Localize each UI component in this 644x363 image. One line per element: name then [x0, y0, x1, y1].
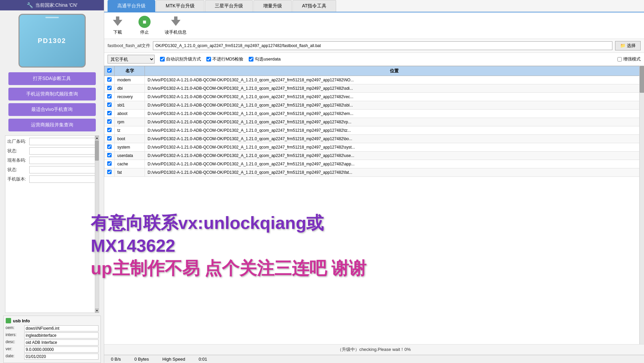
browse-label: 选择 [627, 43, 636, 48]
col-check[interactable] [105, 66, 115, 76]
row-checkbox[interactable] [107, 119, 112, 124]
read-phone-button[interactable]: 读手机信息 [165, 16, 187, 35]
info-form: 出厂条码: 状态: 现有条码: 状态: 手机版本: ▲ ▼ [5, 135, 99, 313]
row-checkbox[interactable] [107, 161, 112, 166]
auto-detect-checkbox[interactable] [160, 57, 165, 62]
time-value: 0:01 [199, 357, 207, 362]
stop-button[interactable]: ■ 停止 [138, 16, 151, 35]
status1-input[interactable] [29, 147, 97, 155]
file-table: 名字 位置 modem D:/vivo/PD1302-A-1.21.0-ADB-… [104, 66, 644, 177]
row-checkbox[interactable] [107, 128, 112, 132]
form-scrollbar[interactable]: ▲ ▼ [95, 136, 99, 313]
right-panel: 高通平台升级 MTK平台升级 三星平台升级 增量升级 AT指令工具 下載 ■ 停… [104, 0, 644, 363]
enhance-mode-option[interactable]: 增强模式 [617, 56, 641, 62]
row-checkbox-cell[interactable] [105, 93, 115, 101]
file-path-input[interactable] [153, 41, 612, 50]
row-path: D:/vivo/PD1302-A-1.21.0-ADB-QCOM-OK/PD13… [145, 135, 644, 143]
row-checkbox[interactable] [107, 153, 112, 157]
row-checkbox[interactable] [107, 94, 112, 98]
tab-at[interactable]: AT指令工具 [292, 0, 336, 12]
row-name: aboot [115, 110, 145, 118]
auto-detect-option[interactable]: 自动识别升级方式 [160, 56, 201, 62]
row-checkbox-cell[interactable] [105, 168, 115, 177]
row-checkbox-cell[interactable] [105, 118, 115, 126]
no-md5-label: 不进行MD5检验 [212, 56, 243, 62]
download-button[interactable]: 下載 [111, 16, 124, 35]
row-checkbox-cell[interactable] [105, 101, 115, 110]
userdata-checkbox[interactable] [249, 57, 253, 62]
row-path: D:/vivo/PD1302-A-1.21.0-ADB-QCOM-OK/PD13… [145, 101, 644, 110]
row-checkbox[interactable] [107, 170, 112, 174]
row-checkbox-cell[interactable] [105, 160, 115, 168]
scroll-up-arrow[interactable]: ▲ [95, 136, 99, 140]
no-md5-option[interactable]: 不进行MD5检验 [206, 56, 243, 62]
usb-desc-row: desc: oid ADB Interface [6, 339, 98, 346]
table-row: dbi D:/vivo/PD1302-A-1.21.0-ADB-QCOM-OK/… [105, 84, 644, 93]
speed-stat: 0 B/s [111, 357, 121, 362]
tab-qualcomm[interactable]: 高通平台升级 [108, 0, 155, 12]
bytes-value: 0 Bytes [134, 357, 149, 362]
svg-marker-0 [113, 16, 122, 26]
table-scroll-thumb[interactable] [640, 66, 644, 93]
row-name: sbl1 [115, 101, 145, 110]
row-checkbox-cell[interactable] [105, 152, 115, 160]
usb-ver-value: 9.0.0000.00000 [24, 347, 98, 353]
row-checkbox-cell[interactable] [105, 110, 115, 118]
enhance-mode-checkbox[interactable] [617, 57, 622, 62]
enhance-mode-label: 增强模式 [623, 56, 641, 62]
row-checkbox[interactable] [107, 103, 112, 107]
status2-input[interactable] [29, 166, 97, 173]
stop-icon: ■ [138, 16, 151, 28]
auto-detect-label: 自动识别升级方式 [166, 56, 201, 62]
table-row: system D:/vivo/PD1302-A-1.21.0-ADB-QCOM-… [105, 143, 644, 152]
row-checkbox-cell[interactable] [105, 135, 115, 143]
carrier-btn[interactable]: 手机运营商制式频段查询 [8, 88, 96, 100]
tab-incremental[interactable]: 增量升级 [253, 0, 292, 12]
usb-oem-row: oem: dows\INF\oem6.int [6, 325, 98, 331]
usb-info-title: usb Info [13, 318, 30, 323]
table-row: rpm D:/vivo/PD1302-A-1.21.0-ADB-QCOM-OK/… [105, 118, 644, 126]
row-checkbox-cell[interactable] [105, 84, 115, 93]
status2-label: 状态: [7, 167, 29, 173]
table-row: tz D:/vivo/PD1302-A-1.21.0-ADB-QCOM-OK/P… [105, 126, 644, 135]
row-path: D:/vivo/PD1302-A-1.21.0-ADB-QCOM-OK/PD13… [145, 93, 644, 101]
tab-samsung[interactable]: 三星平台升级 [205, 0, 253, 12]
options-row: 其它手机 自动识别升级方式 不进行MD5检验 勾选userdata 增强模式 [104, 53, 644, 66]
scroll-down-arrow[interactable]: ▼ [95, 309, 99, 313]
table-scrollbar[interactable] [639, 66, 644, 344]
select-all-checkbox[interactable] [107, 68, 112, 73]
browse-button[interactable]: 📁 选择 [615, 41, 641, 50]
usb-date-row: date: 01/01/2020 [6, 354, 98, 360]
file-table-container: 名字 位置 modem D:/vivo/PD1302-A-1.21.0-ADB-… [104, 66, 644, 345]
row-checkbox-cell[interactable] [105, 143, 115, 152]
row-checkbox[interactable] [107, 86, 112, 90]
tab-mtk[interactable]: MTK平台升级 [156, 0, 204, 12]
vivo-btn[interactable]: 最适合vivo手机查询 [8, 103, 96, 116]
userdata-option[interactable]: 勾选userdata [249, 56, 281, 62]
status1-row: 状态: [7, 147, 97, 155]
table-row: boot D:/vivo/PD1302-A-1.21.0-ADB-QCOM-OK… [105, 135, 644, 143]
sda-btn[interactable]: 打开SDA诊断工具 [8, 72, 96, 85]
scroll-thumb[interactable] [95, 140, 99, 161]
read-label: 读手机信息 [165, 29, 187, 35]
row-checkbox-cell[interactable] [105, 76, 115, 84]
table-row: aboot D:/vivo/PD1302-A-1.21.0-ADB-QCOM-O… [105, 110, 644, 118]
status-bar: （升级中）checking.Please wait！0% [104, 345, 644, 355]
no-md5-checkbox[interactable] [206, 57, 211, 62]
table-row: modem D:/vivo/PD1302-A-1.21.0-ADB-QCOM-O… [105, 76, 644, 84]
usb-desc-label: desc: [6, 339, 24, 346]
current-code-input[interactable] [29, 157, 97, 164]
usb-inters-label: inters: [6, 332, 24, 338]
phone-type-select[interactable]: 其它手机 [108, 55, 155, 64]
row-checkbox[interactable] [107, 145, 112, 149]
factory-code-row: 出厂条码: [7, 138, 97, 145]
row-checkbox[interactable] [107, 111, 112, 115]
row-checkbox[interactable] [107, 77, 112, 82]
firmware-input[interactable] [29, 175, 97, 183]
row-checkbox-cell[interactable] [105, 126, 115, 135]
band-btn[interactable]: 运营商频段并集查询 [8, 119, 96, 131]
stop-label: 停止 [140, 29, 149, 35]
factory-code-input[interactable] [29, 138, 97, 145]
row-checkbox[interactable] [107, 136, 112, 140]
bytes-stat: 0 Bytes [134, 357, 149, 362]
